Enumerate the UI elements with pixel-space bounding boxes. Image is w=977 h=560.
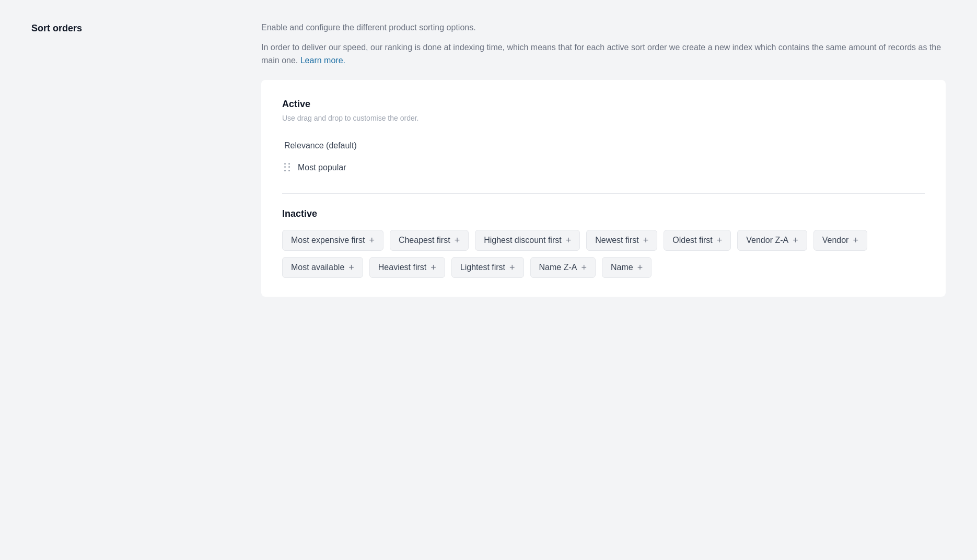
plus-icon: + [853,236,858,245]
active-section: Active Use drag and drop to customise th… [282,99,925,179]
inactive-tag-vendor-z-a[interactable]: Vendor Z-A+ [737,230,807,251]
section-title: Sort orders [31,23,82,33]
plus-icon: + [637,263,643,272]
inactive-tag-label-cheapest-first: Cheapest first [399,236,450,245]
inactive-tag-most-available[interactable]: Most available+ [282,257,363,278]
plus-icon: + [509,263,515,272]
description-line1: Enable and configure the different produ… [261,21,946,34]
inactive-tag-label-oldest-first: Oldest first [672,236,712,245]
drag-handle-icon [284,163,292,172]
inactive-tag-label-heaviest-first: Heaviest first [378,263,426,272]
relevance-label: Relevance (default) [284,141,357,150]
section-divider [282,193,925,194]
inactive-tag-label-vendor: Vendor [822,236,849,245]
plus-icon: + [455,236,460,245]
inactive-tag-oldest-first[interactable]: Oldest first+ [664,230,731,251]
inactive-tag-vendor[interactable]: Vendor+ [813,230,867,251]
inactive-tag-label-lightest-first: Lightest first [460,263,505,272]
description-line2: In order to deliver our speed, our ranki… [261,41,946,67]
plus-icon: + [793,236,798,245]
inactive-tag-name[interactable]: Name+ [602,257,652,278]
inactive-tag-label-most-expensive-first: Most expensive first [291,236,365,245]
inactive-tag-label-highest-discount-first: Highest discount first [484,236,562,245]
plus-icon: + [566,236,572,245]
inactive-label: Inactive [282,208,925,219]
inactive-tag-label-vendor-z-a: Vendor Z-A [746,236,788,245]
inactive-tag-label-name: Name [611,263,633,272]
inactive-tag-heaviest-first[interactable]: Heaviest first+ [369,257,445,278]
inactive-tag-cheapest-first[interactable]: Cheapest first+ [390,230,469,251]
inactive-section: Inactive Most expensive first+Cheapest f… [282,208,925,278]
plus-icon: + [717,236,723,245]
active-item-most-popular[interactable]: Most popular [282,157,925,179]
plus-icon: + [581,263,587,272]
inactive-tag-newest-first[interactable]: Newest first+ [586,230,657,251]
plus-icon: + [431,263,436,272]
active-label: Active [282,99,925,110]
inactive-tag-label-newest-first: Newest first [595,236,639,245]
plus-icon: + [369,236,375,245]
most-popular-label: Most popular [298,163,346,172]
inactive-tag-highest-discount-first[interactable]: Highest discount first+ [475,230,580,251]
inactive-tag-label-name-z-a: Name Z-A [539,263,577,272]
inactive-tag-label-most-available: Most available [291,263,344,272]
inactive-tag-most-expensive-first[interactable]: Most expensive first+ [282,230,383,251]
learn-more-link[interactable]: Learn more. [300,56,345,65]
inactive-tag-name-z-a[interactable]: Name Z-A+ [530,257,596,278]
active-item-relevance: Relevance (default) [282,135,925,157]
active-subtitle: Use drag and drop to customise the order… [282,114,925,122]
inactive-tags-grid: Most expensive first+Cheapest first+High… [282,230,925,278]
plus-icon: + [348,263,354,272]
inactive-tag-lightest-first[interactable]: Lightest first+ [451,257,524,278]
plus-icon: + [643,236,649,245]
sort-orders-card: Active Use drag and drop to customise th… [261,80,946,297]
